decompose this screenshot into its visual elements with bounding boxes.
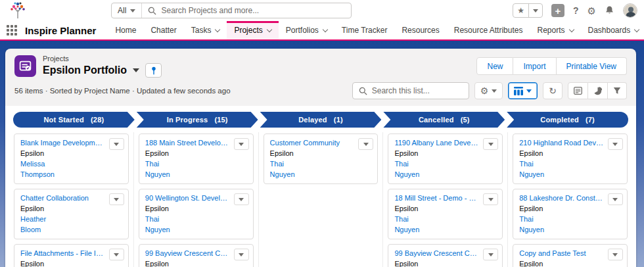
tab-home[interactable]: Home [108,21,143,39]
card-actions-dropdown[interactable] [234,249,249,260]
tab-time-tracker[interactable]: Time Tracker [334,21,395,39]
card-actions-dropdown[interactable] [358,138,373,150]
first-name-link[interactable]: Thai [519,160,621,168]
refresh-button[interactable]: ↻ [543,82,563,99]
last-name-link[interactable]: Thompson [20,170,122,178]
project-card[interactable]: Customer Community Epsilon Thai Nguyen [264,134,379,184]
help-button[interactable]: ? [573,6,579,15]
project-link[interactable]: 90 Wellington St. Development Pr... [145,194,247,202]
global-search-box[interactable]: All [111,3,352,18]
tab-chatter[interactable]: Chatter [143,21,183,39]
card-actions-dropdown[interactable] [234,193,249,205]
first-name-link[interactable]: Thai [394,160,496,168]
column-header-not-started[interactable]: Not Started(28) [13,112,135,128]
global-search-input[interactable] [161,6,351,15]
tab-tasks[interactable]: Tasks [184,21,227,39]
edit-list-button[interactable] [568,82,588,99]
project-link[interactable]: 1190 Albany Lane Development Pr... [394,139,496,147]
list-view-controls-button[interactable]: ⚙ [474,82,503,99]
column-header-completed[interactable]: Completed(7) [507,112,628,128]
card-actions-dropdown[interactable] [109,138,124,150]
last-name-link[interactable]: Nguyen [519,170,621,178]
project-card[interactable]: 90 Wellington St. Development Pr... Epsi… [139,189,254,239]
charts-button[interactable] [588,82,608,99]
tab-portfolios[interactable]: Portfolios [279,21,334,39]
project-card[interactable]: 1190 Albany Lane Development Pr... Epsil… [388,134,503,184]
favorites-button[interactable]: ★ [513,3,543,18]
last-name-link[interactable]: Nguyen [519,226,621,233]
last-name-link[interactable]: Nguyen [394,170,496,178]
project-card[interactable]: 188 Main Street Development Proj... Epsi… [139,134,254,184]
column-header-cancelled[interactable]: Cancelled(5) [383,112,505,128]
app-launcher-icon[interactable] [7,25,17,36]
card-actions-dropdown[interactable] [483,249,498,260]
first-name-link[interactable]: Thai [270,160,372,168]
star-icon[interactable]: ★ [513,4,528,17]
setup-gear-button[interactable]: ⚙ [587,6,596,16]
card-actions-dropdown[interactable] [109,249,124,260]
first-name-link[interactable]: Thai [145,160,247,168]
display-as-kanban-button[interactable] [508,82,538,99]
card-actions-dropdown[interactable] [608,193,623,205]
search-scope-dropdown[interactable]: All [112,3,142,18]
project-link[interactable]: Blank Image Development [20,139,122,147]
card-actions-dropdown[interactable] [608,249,623,260]
project-link[interactable]: 88 Lakeshore Dr. Construction Proj... [519,194,621,202]
project-link[interactable]: 99 Bayview Crescent Construction ... [145,249,247,257]
last-name-link[interactable]: Nguyen [270,170,372,178]
first-name-link[interactable]: Thai [394,215,496,223]
tab-projects[interactable]: Projects [227,21,278,39]
printable-view-button[interactable]: Printable View [557,57,628,75]
company-logo[interactable] [7,1,29,20]
card-actions-dropdown[interactable] [483,138,498,150]
project-link[interactable]: File Attachments - File Indicators [20,249,122,257]
tab-resource-attributes[interactable]: Resource Attributes [447,21,530,39]
new-button[interactable]: New [476,57,513,75]
project-link[interactable]: Customer Community [270,139,372,147]
project-link[interactable]: Copy and Paste Test [519,249,621,257]
user-avatar[interactable] [623,3,637,18]
pin-list-button[interactable] [145,63,162,78]
project-card[interactable]: File Attachments - File Indicators Epsil… [14,244,129,267]
project-card[interactable]: 18 Mill Street - Demo - Backup Epsilon T… [388,189,503,239]
tab-resources[interactable]: Resources [394,21,446,39]
project-link[interactable]: Chatter Collaboration [20,194,122,202]
list-view-selector-caret-icon[interactable] [133,68,139,72]
project-card[interactable]: 99 Bayview Crescent Construction ... Eps… [139,244,254,267]
chevron-down-icon [215,26,220,32]
list-search-input[interactable] [372,86,469,95]
notifications-bell-button[interactable] [605,5,614,16]
project-link[interactable]: 188 Main Street Development Proj... [145,139,247,147]
first-name-link[interactable]: Thai [519,215,621,223]
last-name-link[interactable]: Bloom [20,226,122,233]
project-card[interactable]: Copy and Paste Test Epsilon Lauren Macna… [513,244,628,267]
filters-button[interactable] [608,82,627,99]
first-name-link[interactable]: Thai [145,215,247,223]
tab-reports[interactable]: Reports [530,21,580,39]
project-link[interactable]: 99 Bayview Crescent Construction ... [394,249,496,257]
project-card[interactable]: 99 Bayview Crescent Construction ... Eps… [388,244,503,267]
project-card[interactable]: Blank Image Development Epsilon Melissa … [14,134,129,184]
card-actions-dropdown[interactable] [483,193,498,205]
card-actions-dropdown[interactable] [234,138,249,150]
project-card[interactable]: 88 Lakeshore Dr. Construction Proj... Ep… [513,189,628,239]
favorites-list-dropdown[interactable] [528,4,542,17]
project-card[interactable]: 210 Highland Road Development ... Epsilo… [513,134,628,184]
project-link[interactable]: 18 Mill Street - Demo - Backup [394,194,496,202]
column-header-in-progress[interactable]: In Progress(15) [137,112,258,128]
global-add-button[interactable]: + [551,4,564,17]
list-search-box[interactable] [352,82,469,99]
tab-dashboards[interactable]: Dashboards [581,21,644,39]
last-name-link[interactable]: Nguyen [145,226,247,233]
first-name-link[interactable]: Melissa [20,160,122,168]
import-button[interactable]: Import [513,57,556,75]
project-link[interactable]: 210 Highland Road Development ... [519,139,621,147]
project-card[interactable]: Chatter Collaboration Epsilon Heather Bl… [14,189,129,239]
first-name-link[interactable]: Heather [20,215,122,223]
last-name-link[interactable]: Nguyen [145,170,247,178]
list-view-title[interactable]: Epsilon Portfolio [43,64,127,76]
last-name-link[interactable]: Nguyen [394,226,496,233]
card-actions-dropdown[interactable] [109,193,124,205]
card-actions-dropdown[interactable] [608,138,623,150]
column-header-delayed[interactable]: Delayed(1) [260,112,382,128]
